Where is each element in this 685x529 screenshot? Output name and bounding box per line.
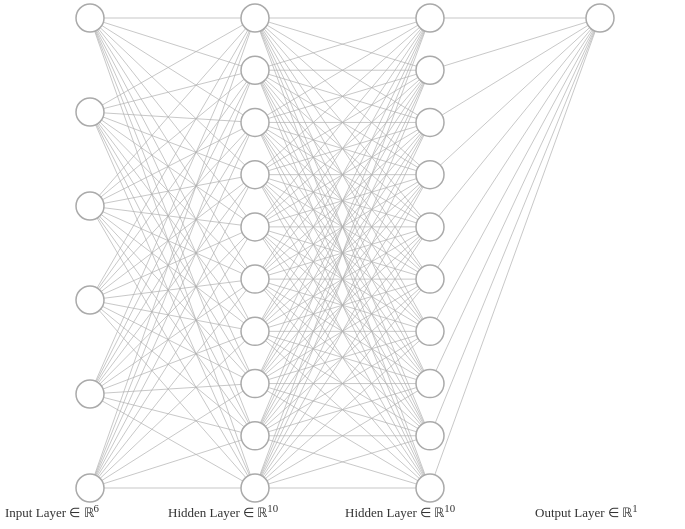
neural-network-diagram [0,0,685,529]
input-layer-label: Input Layer ∈ ℝ6 [5,502,99,521]
output-layer-label: Output Layer ∈ ℝ1 [535,502,638,521]
hidden2-layer-label: Hidden Layer ∈ ℝ10 [345,502,455,521]
hidden1-layer-label: Hidden Layer ∈ ℝ10 [168,502,278,521]
